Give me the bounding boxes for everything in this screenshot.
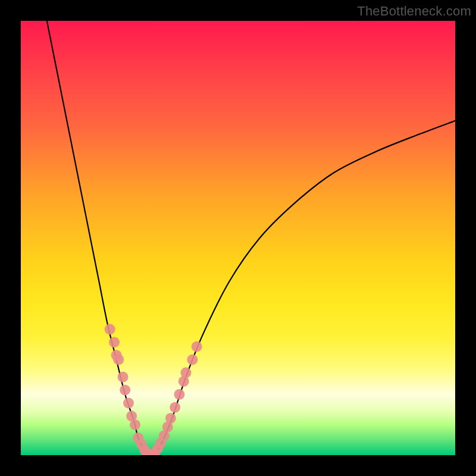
plot-area [21,21,455,455]
chart-frame: TheBottleneck.com [0,0,476,476]
data-point [109,337,120,347]
data-point [187,354,198,365]
data-point [123,397,134,408]
chart-svg [21,21,455,455]
data-point [174,389,184,400]
data-point [180,367,191,378]
watermark-text: TheBottleneck.com [357,4,471,19]
data-point [111,350,122,361]
data-point [118,372,129,383]
bottleneck-curve [47,21,455,455]
data-point [120,385,130,396]
data-point [130,419,140,430]
data-point [165,413,176,424]
data-point [192,342,202,352]
data-point [105,324,115,334]
data-points [105,324,202,455]
data-point [170,402,180,413]
